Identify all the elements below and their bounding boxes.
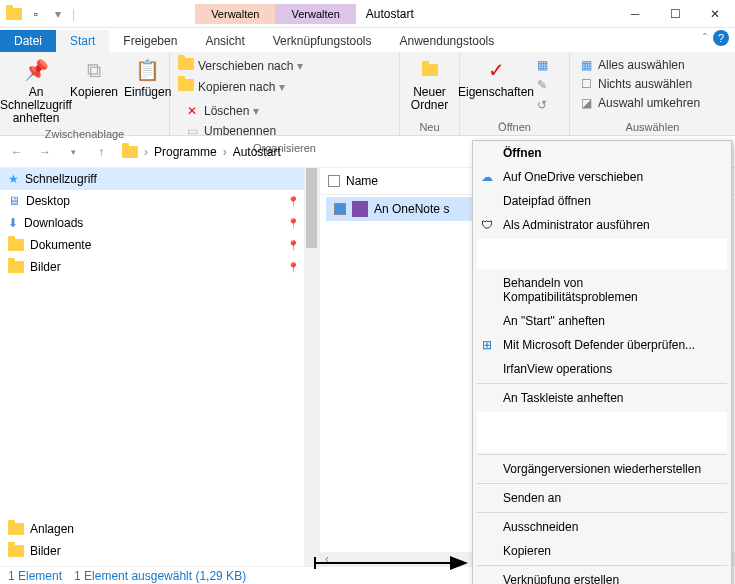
ctx-irfan[interactable]: IrfanView operations xyxy=(473,357,731,381)
contextual-tab-2: Verwalten xyxy=(275,4,355,24)
check-icon: ✓ xyxy=(488,56,505,84)
pin-icon: 📍 xyxy=(287,262,299,273)
ctx-filepath[interactable]: Dateipfad öffnen xyxy=(473,189,731,213)
rename-icon: ▭ xyxy=(184,124,200,138)
pin-icon: 📍 xyxy=(287,240,299,251)
move-to-button[interactable]: Verschieben nach ▾ xyxy=(178,56,303,75)
invert-icon: ◪ xyxy=(578,96,594,110)
paste-button[interactable]: 📋 Einfügen xyxy=(124,56,171,99)
group-auswaehlen: Auswählen xyxy=(578,119,727,133)
pin-quickaccess-button[interactable]: 📌 An Schnellzugriff anheften xyxy=(8,56,64,126)
delete-x-icon: ✕ xyxy=(184,104,200,118)
group-neu: Neu xyxy=(408,119,451,133)
ribbon-tabs: Datei Start Freigeben Ansicht Verknüpfun… xyxy=(0,28,735,52)
minimize-button[interactable]: ─ xyxy=(615,0,655,28)
status-selection: 1 Element ausgewählt (1,29 KB) xyxy=(74,569,246,583)
sidebar-item-bilder[interactable]: Bilder📍 xyxy=(0,256,319,278)
folder-icon xyxy=(122,146,138,158)
window-title: Autostart xyxy=(366,7,414,21)
title-bar: ▫ ▾ | Verwalten Verwalten Autostart ─ ☐ … xyxy=(0,0,735,28)
ctx-startpin[interactable]: An "Start" anheften xyxy=(473,309,731,333)
file-name: An OneNote s xyxy=(374,202,449,216)
ctx-link[interactable]: Verknüpfung erstellen xyxy=(473,568,731,584)
svg-marker-2 xyxy=(450,556,468,570)
select-none-icon: ☐ xyxy=(578,77,594,91)
status-item-count: 1 Element xyxy=(8,569,62,583)
shield-icon: 🛡 xyxy=(479,218,495,232)
ctx-onedrive[interactable]: ☁Auf OneDrive verschieben xyxy=(473,165,731,189)
group-zwischenablage: Zwischenablage xyxy=(8,126,161,140)
ctx-prevversions[interactable]: Vorgängerversionen wiederherstellen xyxy=(473,457,731,481)
ctx-admin[interactable]: 🛡Als Administrator ausführen xyxy=(473,213,731,237)
select-all-checkbox[interactable] xyxy=(328,175,340,187)
sidebar-item-dokumente[interactable]: Dokumente📍 xyxy=(0,234,319,256)
pin-icon: 📍 xyxy=(287,218,299,229)
delete-button[interactable]: ✕Löschen ▾ xyxy=(184,102,276,120)
tab-start[interactable]: Start xyxy=(56,30,109,52)
maximize-button[interactable]: ☐ xyxy=(655,0,695,28)
sidebar-scrollbar[interactable] xyxy=(304,168,319,566)
defender-icon: ⊞ xyxy=(479,338,495,352)
pin-icon: 📍 xyxy=(287,196,299,207)
tab-anwendungstools[interactable]: Anwendungstools xyxy=(386,30,509,52)
star-icon: ★ xyxy=(8,172,19,186)
properties-button[interactable]: ✓ Eigenschaften xyxy=(468,56,524,99)
tab-datei[interactable]: Datei xyxy=(0,30,56,52)
sidebar-item-downloads[interactable]: ⬇Downloads📍 xyxy=(0,212,319,234)
rename-button[interactable]: ▭Umbenennen xyxy=(184,122,276,140)
annotation-arrow-icon xyxy=(310,552,470,574)
help-icon[interactable]: ? xyxy=(713,30,729,46)
new-folder-button[interactable]: Neuer Ordner xyxy=(408,56,451,112)
ctx-compat[interactable]: Behandeln von Kompatibilitätsproblemen xyxy=(473,271,731,309)
ctx-sendto[interactable]: Senden an xyxy=(473,486,731,510)
folder-icon xyxy=(6,6,22,22)
cloud-icon: ☁ xyxy=(479,170,495,184)
sidebar-item-anlagen[interactable]: Anlagen xyxy=(0,518,304,540)
ctx-taskbar[interactable]: An Taskleiste anheften xyxy=(473,386,731,410)
tab-freigeben[interactable]: Freigeben xyxy=(109,30,191,52)
copy-button[interactable]: ⧉ Kopieren xyxy=(70,56,118,99)
folder-move-icon xyxy=(178,58,194,73)
ctx-open[interactable]: Öffnen xyxy=(473,141,731,165)
context-menu: Öffnen ☁Auf OneDrive verschieben Dateipf… xyxy=(472,140,732,584)
copy-icon: ⧉ xyxy=(87,56,101,84)
ctx-copy[interactable]: Kopieren xyxy=(473,539,731,563)
group-oeffnen: Öffnen xyxy=(468,119,561,133)
nav-up-button[interactable]: ↑ xyxy=(90,141,112,163)
invert-selection-button[interactable]: ◪Auswahl umkehren xyxy=(578,94,700,112)
select-all-icon: ▦ xyxy=(578,58,594,72)
edit-small-button[interactable]: ✎ xyxy=(534,76,550,94)
new-folder-icon xyxy=(422,56,438,84)
ctx-defender[interactable]: ⊞Mit Microsoft Defender überprüfen... xyxy=(473,333,731,357)
select-all-button[interactable]: ▦Alles auswählen xyxy=(578,56,700,74)
nav-recent-dropdown[interactable]: ▾ xyxy=(62,141,84,163)
nav-back-button[interactable]: ← xyxy=(6,141,28,163)
nav-forward-button[interactable]: → xyxy=(34,141,56,163)
paste-icon: 📋 xyxy=(135,56,160,84)
tab-verknuepfungstools[interactable]: Verknüpfungstools xyxy=(259,30,386,52)
column-name[interactable]: Name xyxy=(346,174,378,188)
copy-to-button[interactable]: Kopieren nach ▾ xyxy=(178,77,303,96)
nav-pane: ★ Schnellzugriff 🖥Desktop📍 ⬇Downloads📍 D… xyxy=(0,168,320,566)
sidebar-item-bilder2[interactable]: Bilder xyxy=(0,540,304,562)
contextual-tab-1: Verwalten xyxy=(195,4,275,24)
save-qat-icon[interactable]: ▫ xyxy=(28,6,44,22)
ctx-cut[interactable]: Ausschneiden xyxy=(473,515,731,539)
collapse-ribbon-icon[interactable]: ˆ xyxy=(703,32,707,46)
close-button[interactable]: ✕ xyxy=(695,0,735,28)
tab-ansicht[interactable]: Ansicht xyxy=(191,30,258,52)
qat-dropdown-icon[interactable]: ▾ xyxy=(50,6,66,22)
select-none-button[interactable]: ☐Nichts auswählen xyxy=(578,75,700,93)
sidebar-item-quickaccess[interactable]: ★ Schnellzugriff xyxy=(0,168,319,190)
onenote-icon xyxy=(352,201,368,217)
history-small-button[interactable]: ↺ xyxy=(534,96,550,114)
file-checkbox[interactable] xyxy=(334,203,346,215)
breadcrumb-segment[interactable]: Autostart xyxy=(233,145,281,159)
open-small-button[interactable]: ▦ xyxy=(534,56,550,74)
ribbon: 📌 An Schnellzugriff anheften ⧉ Kopieren … xyxy=(0,52,735,136)
breadcrumb-segment[interactable]: Programme xyxy=(154,145,217,159)
pin-icon: 📌 xyxy=(24,56,49,84)
folder-copy-icon xyxy=(178,79,194,94)
sidebar-item-desktop[interactable]: 🖥Desktop📍 xyxy=(0,190,319,212)
